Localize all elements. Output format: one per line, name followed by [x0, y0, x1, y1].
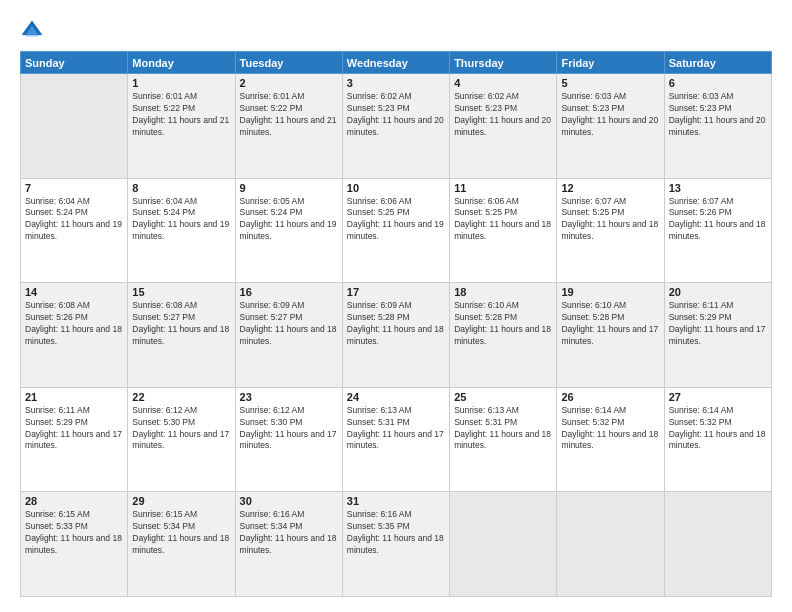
calendar-week-row: 28 Sunrise: 6:15 AMSunset: 5:33 PMDaylig… [21, 492, 772, 597]
calendar-day-cell: 15 Sunrise: 6:08 AMSunset: 5:27 PMDaylig… [128, 283, 235, 388]
calendar-header-monday: Monday [128, 52, 235, 74]
calendar-day-cell: 11 Sunrise: 6:06 AMSunset: 5:25 PMDaylig… [450, 178, 557, 283]
day-info: Sunrise: 6:15 AMSunset: 5:34 PMDaylight:… [132, 509, 230, 557]
day-number: 19 [561, 286, 659, 298]
day-number: 23 [240, 391, 338, 403]
day-info: Sunrise: 6:12 AMSunset: 5:30 PMDaylight:… [132, 405, 230, 453]
day-number: 7 [25, 182, 123, 194]
calendar-day-cell: 16 Sunrise: 6:09 AMSunset: 5:27 PMDaylig… [235, 283, 342, 388]
day-info: Sunrise: 6:07 AMSunset: 5:26 PMDaylight:… [669, 196, 767, 244]
day-number: 29 [132, 495, 230, 507]
logo [20, 19, 48, 43]
day-number: 16 [240, 286, 338, 298]
calendar-day-cell: 1 Sunrise: 6:01 AMSunset: 5:22 PMDayligh… [128, 74, 235, 179]
calendar-day-cell: 22 Sunrise: 6:12 AMSunset: 5:30 PMDaylig… [128, 387, 235, 492]
calendar-day-cell: 21 Sunrise: 6:11 AMSunset: 5:29 PMDaylig… [21, 387, 128, 492]
calendar-header-thursday: Thursday [450, 52, 557, 74]
calendar-day-cell: 5 Sunrise: 6:03 AMSunset: 5:23 PMDayligh… [557, 74, 664, 179]
day-number: 8 [132, 182, 230, 194]
calendar-header-tuesday: Tuesday [235, 52, 342, 74]
day-number: 11 [454, 182, 552, 194]
day-info: Sunrise: 6:09 AMSunset: 5:27 PMDaylight:… [240, 300, 338, 348]
calendar-header-saturday: Saturday [664, 52, 771, 74]
calendar-day-cell: 7 Sunrise: 6:04 AMSunset: 5:24 PMDayligh… [21, 178, 128, 283]
day-number: 10 [347, 182, 445, 194]
day-number: 13 [669, 182, 767, 194]
day-info: Sunrise: 6:03 AMSunset: 5:23 PMDaylight:… [669, 91, 767, 139]
day-number: 22 [132, 391, 230, 403]
day-info: Sunrise: 6:03 AMSunset: 5:23 PMDaylight:… [561, 91, 659, 139]
day-number: 26 [561, 391, 659, 403]
calendar-day-cell: 30 Sunrise: 6:16 AMSunset: 5:34 PMDaylig… [235, 492, 342, 597]
day-info: Sunrise: 6:12 AMSunset: 5:30 PMDaylight:… [240, 405, 338, 453]
calendar-day-cell [450, 492, 557, 597]
logo-icon [20, 19, 44, 43]
day-info: Sunrise: 6:04 AMSunset: 5:24 PMDaylight:… [25, 196, 123, 244]
day-number: 6 [669, 77, 767, 89]
day-info: Sunrise: 6:10 AMSunset: 5:28 PMDaylight:… [561, 300, 659, 348]
day-number: 4 [454, 77, 552, 89]
calendar-day-cell [21, 74, 128, 179]
calendar-week-row: 21 Sunrise: 6:11 AMSunset: 5:29 PMDaylig… [21, 387, 772, 492]
day-number: 9 [240, 182, 338, 194]
day-info: Sunrise: 6:01 AMSunset: 5:22 PMDaylight:… [240, 91, 338, 139]
day-number: 25 [454, 391, 552, 403]
day-info: Sunrise: 6:14 AMSunset: 5:32 PMDaylight:… [669, 405, 767, 453]
calendar-day-cell: 4 Sunrise: 6:02 AMSunset: 5:23 PMDayligh… [450, 74, 557, 179]
day-info: Sunrise: 6:02 AMSunset: 5:23 PMDaylight:… [347, 91, 445, 139]
day-number: 24 [347, 391, 445, 403]
calendar-day-cell: 3 Sunrise: 6:02 AMSunset: 5:23 PMDayligh… [342, 74, 449, 179]
calendar-header-sunday: Sunday [21, 52, 128, 74]
day-info: Sunrise: 6:15 AMSunset: 5:33 PMDaylight:… [25, 509, 123, 557]
calendar-day-cell [664, 492, 771, 597]
day-number: 15 [132, 286, 230, 298]
calendar-day-cell: 10 Sunrise: 6:06 AMSunset: 5:25 PMDaylig… [342, 178, 449, 283]
day-info: Sunrise: 6:06 AMSunset: 5:25 PMDaylight:… [454, 196, 552, 244]
day-number: 20 [669, 286, 767, 298]
day-info: Sunrise: 6:07 AMSunset: 5:25 PMDaylight:… [561, 196, 659, 244]
calendar-day-cell: 29 Sunrise: 6:15 AMSunset: 5:34 PMDaylig… [128, 492, 235, 597]
day-number: 2 [240, 77, 338, 89]
calendar-week-row: 7 Sunrise: 6:04 AMSunset: 5:24 PMDayligh… [21, 178, 772, 283]
day-number: 1 [132, 77, 230, 89]
day-info: Sunrise: 6:10 AMSunset: 5:28 PMDaylight:… [454, 300, 552, 348]
day-number: 14 [25, 286, 123, 298]
day-info: Sunrise: 6:02 AMSunset: 5:23 PMDaylight:… [454, 91, 552, 139]
calendar-day-cell: 2 Sunrise: 6:01 AMSunset: 5:22 PMDayligh… [235, 74, 342, 179]
calendar-header-wednesday: Wednesday [342, 52, 449, 74]
page: SundayMondayTuesdayWednesdayThursdayFrid… [0, 0, 792, 612]
day-number: 28 [25, 495, 123, 507]
calendar-day-cell: 18 Sunrise: 6:10 AMSunset: 5:28 PMDaylig… [450, 283, 557, 388]
calendar-day-cell: 8 Sunrise: 6:04 AMSunset: 5:24 PMDayligh… [128, 178, 235, 283]
day-info: Sunrise: 6:11 AMSunset: 5:29 PMDaylight:… [669, 300, 767, 348]
calendar: SundayMondayTuesdayWednesdayThursdayFrid… [20, 51, 772, 597]
calendar-day-cell: 6 Sunrise: 6:03 AMSunset: 5:23 PMDayligh… [664, 74, 771, 179]
calendar-day-cell [557, 492, 664, 597]
day-info: Sunrise: 6:11 AMSunset: 5:29 PMDaylight:… [25, 405, 123, 453]
calendar-week-row: 14 Sunrise: 6:08 AMSunset: 5:26 PMDaylig… [21, 283, 772, 388]
calendar-day-cell: 9 Sunrise: 6:05 AMSunset: 5:24 PMDayligh… [235, 178, 342, 283]
calendar-day-cell: 31 Sunrise: 6:16 AMSunset: 5:35 PMDaylig… [342, 492, 449, 597]
calendar-day-cell: 23 Sunrise: 6:12 AMSunset: 5:30 PMDaylig… [235, 387, 342, 492]
day-info: Sunrise: 6:01 AMSunset: 5:22 PMDaylight:… [132, 91, 230, 139]
calendar-day-cell: 24 Sunrise: 6:13 AMSunset: 5:31 PMDaylig… [342, 387, 449, 492]
day-info: Sunrise: 6:13 AMSunset: 5:31 PMDaylight:… [347, 405, 445, 453]
day-number: 17 [347, 286, 445, 298]
day-number: 5 [561, 77, 659, 89]
day-number: 27 [669, 391, 767, 403]
day-info: Sunrise: 6:05 AMSunset: 5:24 PMDaylight:… [240, 196, 338, 244]
day-info: Sunrise: 6:16 AMSunset: 5:35 PMDaylight:… [347, 509, 445, 557]
calendar-day-cell: 13 Sunrise: 6:07 AMSunset: 5:26 PMDaylig… [664, 178, 771, 283]
day-info: Sunrise: 6:08 AMSunset: 5:27 PMDaylight:… [132, 300, 230, 348]
header [20, 15, 772, 43]
calendar-day-cell: 19 Sunrise: 6:10 AMSunset: 5:28 PMDaylig… [557, 283, 664, 388]
day-info: Sunrise: 6:04 AMSunset: 5:24 PMDaylight:… [132, 196, 230, 244]
calendar-week-row: 1 Sunrise: 6:01 AMSunset: 5:22 PMDayligh… [21, 74, 772, 179]
day-number: 18 [454, 286, 552, 298]
day-info: Sunrise: 6:08 AMSunset: 5:26 PMDaylight:… [25, 300, 123, 348]
calendar-day-cell: 20 Sunrise: 6:11 AMSunset: 5:29 PMDaylig… [664, 283, 771, 388]
calendar-header-friday: Friday [557, 52, 664, 74]
calendar-header-row: SundayMondayTuesdayWednesdayThursdayFrid… [21, 52, 772, 74]
calendar-day-cell: 28 Sunrise: 6:15 AMSunset: 5:33 PMDaylig… [21, 492, 128, 597]
calendar-day-cell: 14 Sunrise: 6:08 AMSunset: 5:26 PMDaylig… [21, 283, 128, 388]
